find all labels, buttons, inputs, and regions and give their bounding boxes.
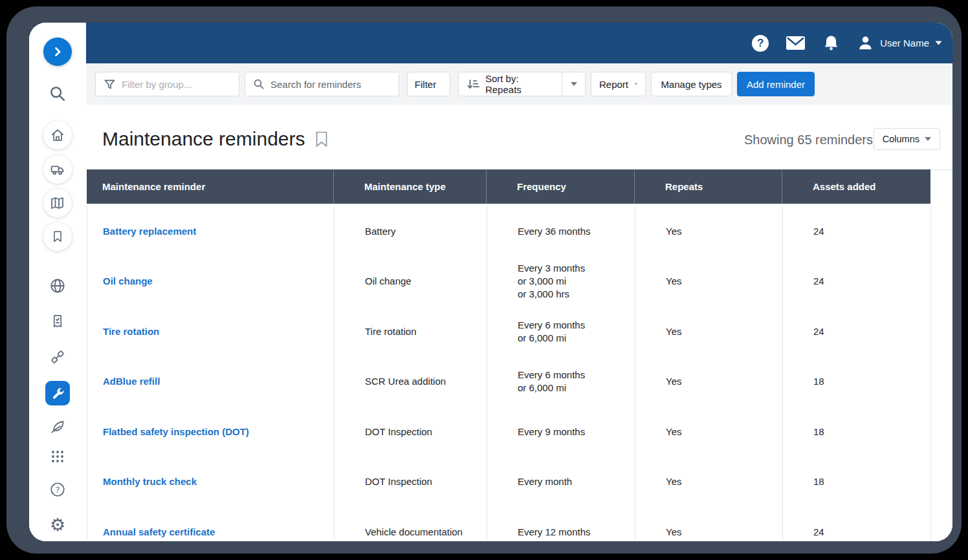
gear-icon: ⚙ bbox=[50, 516, 65, 533]
filter-button-label: Filter bbox=[415, 79, 436, 90]
help-button[interactable]: ? bbox=[752, 35, 769, 52]
table-body: Battery replacement Battery Every 36 mon… bbox=[87, 206, 930, 541]
sidebar-item-help[interactable]: ? bbox=[49, 481, 66, 498]
chevron-down-icon bbox=[935, 41, 942, 45]
filter-by-group-input[interactable] bbox=[122, 79, 250, 90]
reminder-name-link[interactable]: Flatbed safety inspection (DOT) bbox=[103, 425, 249, 438]
leaf-icon bbox=[49, 418, 66, 435]
sidebar-item-settings[interactable]: ⚙ bbox=[50, 516, 65, 533]
showing-count-label: Showing 65 reminders bbox=[744, 133, 873, 147]
table-row: Flatbed safety inspection (DOT) DOT Insp… bbox=[87, 407, 930, 457]
column-header-frequency: Frequency bbox=[487, 169, 635, 204]
sidebar-item-vehicles[interactable] bbox=[43, 155, 72, 184]
chevron-right-icon bbox=[50, 44, 65, 59]
assets-added-cell: 18 bbox=[783, 407, 931, 457]
sidebar-item-apps[interactable] bbox=[50, 449, 65, 464]
filter-by-group-field[interactable] bbox=[96, 72, 258, 96]
bell-icon bbox=[822, 34, 840, 52]
sidebar-item-eco[interactable] bbox=[49, 418, 66, 435]
frequency-cell: Every 6 months or 6,000 mi bbox=[487, 307, 635, 357]
sidebar-item-connections[interactable] bbox=[49, 349, 66, 365]
svg-text:?: ? bbox=[56, 485, 60, 495]
frequency-cell: Every 12 months bbox=[487, 507, 635, 541]
search-control bbox=[245, 72, 399, 96]
filter-by-group-control bbox=[95, 72, 239, 96]
user-name-label: User Name bbox=[880, 38, 929, 48]
window-frame: ? ⚙ ? User Name bbox=[6, 6, 962, 554]
manage-types-button[interactable]: Manage types bbox=[651, 72, 732, 96]
grid-dots-icon bbox=[50, 449, 65, 464]
sort-dropdown[interactable] bbox=[562, 72, 585, 96]
sort-button[interactable]: Sort by: Repeats bbox=[459, 72, 562, 96]
notifications-button[interactable] bbox=[822, 34, 840, 52]
messages-button[interactable] bbox=[786, 36, 806, 50]
maintenance-type-cell: SCR Urea addition bbox=[335, 357, 487, 407]
repeats-cell: Yes bbox=[635, 307, 783, 357]
table-header-row: Maintenance reminder Maintenance type Fr… bbox=[87, 169, 930, 204]
envelope-icon bbox=[786, 36, 806, 50]
sidebar-item-map[interactable] bbox=[43, 189, 72, 217]
sidebar-item-maintenance[interactable] bbox=[45, 381, 70, 405]
sidebar-item-globe[interactable] bbox=[49, 277, 67, 295]
assets-added-cell: 18 bbox=[783, 357, 931, 407]
topbar-actions: ? User Name bbox=[752, 23, 942, 63]
sidebar-item-places[interactable] bbox=[43, 222, 72, 251]
assets-added-cell: 24 bbox=[783, 507, 931, 541]
sidebar: ? ⚙ bbox=[29, 23, 86, 541]
home-icon bbox=[50, 127, 65, 143]
sidebar-item-home[interactable] bbox=[43, 121, 72, 149]
add-reminder-button[interactable]: Add reminder bbox=[737, 72, 815, 96]
frequency-cell: Every month bbox=[487, 457, 635, 508]
bookmark-icon[interactable] bbox=[315, 131, 328, 147]
sidebar-item-logbook[interactable] bbox=[50, 314, 66, 330]
wrench-icon bbox=[50, 386, 65, 400]
caret-down-icon bbox=[635, 82, 637, 86]
assets-added-cell: 24 bbox=[783, 206, 931, 257]
maintenance-type-cell: Battery bbox=[335, 206, 487, 257]
table-row: Annual safety certificate Vehicle docume… bbox=[87, 507, 930, 541]
maintenance-type-cell: DOT Inspection bbox=[335, 457, 487, 508]
user-menu[interactable]: User Name bbox=[857, 34, 942, 52]
maintenance-type-cell: Vehicle documentation bbox=[335, 507, 487, 541]
sidebar-expand-button[interactable] bbox=[43, 38, 72, 66]
globe-icon bbox=[49, 277, 67, 295]
main-content: Maintenance reminders Showing 65 reminde… bbox=[86, 105, 952, 541]
reminders-table: Maintenance reminder Maintenance type Fr… bbox=[87, 169, 930, 541]
reminder-name-link[interactable]: Annual safety certificate bbox=[103, 526, 215, 539]
reminder-name-link[interactable]: Oil change bbox=[103, 275, 153, 288]
map-icon bbox=[50, 195, 65, 211]
table-row: AdBlue refill SCR Urea addition Every 6 … bbox=[87, 357, 930, 407]
column-header-maintenance-type: Maintenance type bbox=[334, 169, 487, 204]
table-row: Battery replacement Battery Every 36 mon… bbox=[87, 206, 930, 257]
repeats-cell: Yes bbox=[635, 206, 783, 257]
reminder-name-link[interactable]: Monthly truck check bbox=[103, 475, 197, 488]
assets-added-cell: 18 bbox=[783, 457, 931, 508]
table-row: Tire rotation Tire rotation Every 6 mont… bbox=[87, 307, 930, 357]
search-icon bbox=[253, 78, 265, 90]
table-row: Monthly truck check DOT Inspection Every… bbox=[87, 457, 930, 508]
columns-button[interactable]: Columns bbox=[874, 128, 940, 150]
assets-added-cell: 24 bbox=[783, 257, 931, 307]
column-header-assets-added: Assets added bbox=[782, 169, 930, 204]
manage-types-label: Manage types bbox=[661, 79, 721, 90]
truck-icon bbox=[50, 162, 66, 178]
search-reminders-input[interactable] bbox=[270, 79, 399, 90]
reminder-name-link[interactable]: Battery replacement bbox=[103, 225, 196, 238]
sidebar-item-search[interactable] bbox=[49, 85, 67, 103]
caret-down-icon bbox=[925, 137, 931, 141]
repeats-cell: Yes bbox=[635, 457, 783, 508]
filter-button[interactable]: Filter bbox=[407, 72, 450, 96]
topbar: ? User Name bbox=[86, 23, 952, 63]
reminder-name-link[interactable]: Tire rotation bbox=[103, 325, 159, 338]
columns-button-label: Columns bbox=[883, 134, 919, 144]
divider bbox=[930, 169, 952, 170]
maintenance-type-cell: Tire rotation bbox=[335, 307, 487, 357]
sort-button-label: Sort by: Repeats bbox=[485, 73, 554, 95]
maintenance-type-cell: DOT Inspection bbox=[335, 407, 487, 457]
repeats-cell: Yes bbox=[635, 357, 783, 407]
frequency-cell: Every 6 months or 6,000 mi bbox=[487, 357, 635, 407]
column-header-repeats: Repeats bbox=[635, 169, 782, 204]
help-circle-icon: ? bbox=[49, 481, 66, 498]
reminder-name-link[interactable]: AdBlue refill bbox=[103, 375, 160, 388]
report-button[interactable]: Report bbox=[591, 72, 646, 96]
